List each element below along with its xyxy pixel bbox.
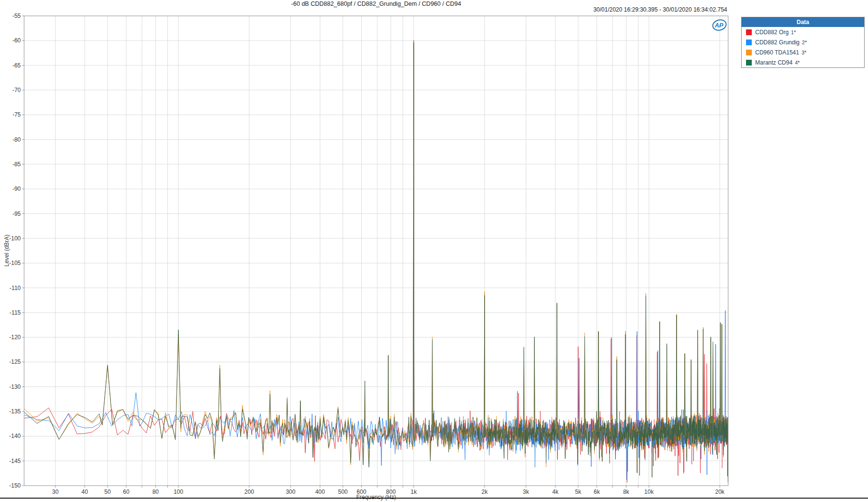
legend-swatch-blue bbox=[746, 40, 752, 45]
ap-analyzer-graph-panel: -60 dB CDD882_680pf / CD882_Grundig_Dem … bbox=[0, 0, 868, 502]
svg-text:-60: -60 bbox=[13, 37, 21, 44]
legend-swatch-red bbox=[746, 29, 752, 35]
legend-label: CDD882 Org bbox=[755, 29, 788, 36]
svg-text:-90: -90 bbox=[13, 185, 21, 192]
legend-item-cdd882-grundig[interactable]: CDD882 Grundig 2* bbox=[742, 37, 864, 47]
y-axis-title: Level (dBrA) bbox=[3, 235, 10, 267]
legend-swatch-orange bbox=[746, 50, 752, 55]
panel-bottom-border bbox=[0, 498, 868, 499]
svg-text:-115: -115 bbox=[10, 309, 21, 316]
svg-text:-145: -145 bbox=[9, 458, 21, 464]
legend-tag: 4* bbox=[795, 60, 800, 66]
legend-label: CDD882 Grundig bbox=[755, 39, 800, 46]
legend-label: CD960 TDA1541 bbox=[755, 49, 799, 56]
axis-tick-labels: 30405060801002003004005006008001k2k3k4k5… bbox=[9, 13, 725, 495]
legend-box: Data CDD882 Org 1* CDD882 Grundig 2* CD9… bbox=[741, 17, 865, 68]
trace-layer bbox=[24, 40, 728, 483]
spectrum-plot[interactable]: 30405060801002003004005006008001k2k3k4k5… bbox=[0, 0, 868, 502]
legend-tag: 3* bbox=[801, 50, 806, 55]
svg-text:-130: -130 bbox=[9, 383, 21, 390]
ap-logo-icon: AP bbox=[711, 19, 728, 32]
svg-text:-70: -70 bbox=[13, 87, 21, 93]
legend-tag: 1* bbox=[791, 29, 796, 35]
legend-label: Marantz CD94 bbox=[755, 59, 792, 66]
svg-text:-105: -105 bbox=[9, 260, 21, 266]
legend-tag: 2* bbox=[802, 40, 807, 45]
svg-text:-75: -75 bbox=[13, 111, 21, 118]
svg-text:-85: -85 bbox=[13, 161, 21, 168]
svg-text:-135: -135 bbox=[9, 408, 21, 415]
svg-text:-120: -120 bbox=[9, 334, 21, 341]
trace-cd960-tda1541 bbox=[24, 42, 728, 481]
svg-text:-150: -150 bbox=[9, 482, 21, 489]
legend-header: Data bbox=[742, 17, 864, 27]
legend-item-cdd882-org[interactable]: CDD882 Org 1* bbox=[742, 27, 864, 37]
svg-text:-55: -55 bbox=[13, 13, 21, 19]
svg-text:-65: -65 bbox=[13, 62, 21, 69]
svg-text:-100: -100 bbox=[9, 235, 21, 242]
svg-text:-140: -140 bbox=[9, 433, 21, 439]
plot-border bbox=[24, 16, 728, 486]
legend-swatch-green bbox=[746, 60, 752, 66]
svg-text:-125: -125 bbox=[9, 358, 21, 365]
trace-cdd882-org bbox=[24, 40, 728, 483]
ap-logo-text: AP bbox=[714, 22, 723, 29]
trace-marantz-cd94 bbox=[24, 42, 728, 482]
svg-text:-95: -95 bbox=[13, 211, 21, 217]
svg-text:-80: -80 bbox=[13, 136, 21, 143]
svg-text:-110: -110 bbox=[10, 285, 21, 291]
grid-layer bbox=[24, 16, 728, 486]
x-axis-title: Frequency (Hz) bbox=[24, 494, 728, 501]
legend-item-marantz-cd94[interactable]: Marantz CD94 4* bbox=[742, 57, 864, 67]
legend-item-cd960-tda1541[interactable]: CD960 TDA1541 3* bbox=[742, 47, 864, 57]
